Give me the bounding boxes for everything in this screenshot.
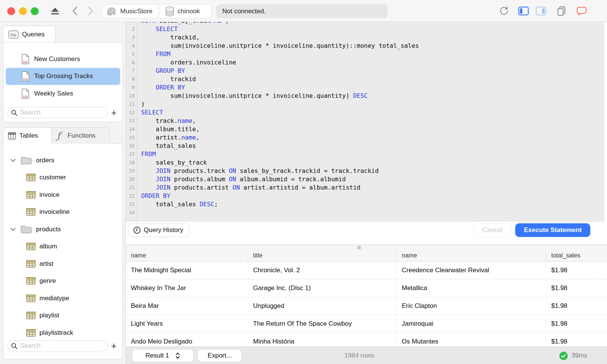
tab-functions[interactable]: ƒ Functions [51,127,110,144]
result-cell[interactable]: $1.98 [546,333,600,347]
code-line[interactable]: JOIN products.album ON album.albumid = t… [141,175,419,184]
results-column-header[interactable]: title [248,249,397,261]
code-line[interactable]: ORDER BY [141,83,419,92]
result-cell[interactable]: Metallica [397,279,546,297]
toggle-left-sidebar-icon[interactable] [518,6,529,16]
result-cell[interactable]: The Midnight Special [126,262,248,279]
tree-table-row[interactable]: customer [3,169,123,187]
chevron-down-icon[interactable] [10,158,18,162]
eject-icon[interactable] [50,6,60,16]
code-line[interactable]: SELECT [141,108,419,117]
code-line[interactable]: track.name, [141,117,419,125]
code-line[interactable]: sum(invoiceline.unitprice * invoiceline.… [141,42,419,50]
zoom-window-button[interactable] [31,7,39,15]
refresh-icon[interactable] [498,6,509,16]
tree-table-row[interactable]: playlisttrack [3,324,123,342]
export-button[interactable]: Export... [198,349,242,362]
code-line[interactable]: total_sales DESC; [141,200,419,209]
code-line[interactable]: total_sales [141,142,419,150]
code-line[interactable]: WITH sales_by_track AS ( [141,22,419,25]
result-cell[interactable]: Ando Meio Desligado [126,333,248,347]
pane-splitter[interactable] [126,245,607,249]
tree-schema-row[interactable]: orders [3,152,123,169]
tables-search-input[interactable] [20,342,100,350]
result-cell[interactable]: Light Years [126,315,248,333]
code-line[interactable]: album.title, [141,125,419,133]
result-cell[interactable]: Chronicle, Vol. 2 [248,262,397,279]
code-line[interactable]: artist.name, [141,133,419,142]
close-window-button[interactable] [7,7,15,15]
tab-tables[interactable]: Tables [3,127,52,144]
result-cell[interactable]: Unplugged [248,297,397,315]
code-line[interactable]: FROM [141,50,419,58]
tab-queries[interactable]: SQL Queries [3,26,55,42]
toggle-right-sidebar-icon[interactable] [536,6,546,16]
result-row[interactable]: The Midnight SpecialChronicle, Vol. 2Cre… [126,262,607,279]
result-cell[interactable]: $1.98 [546,279,600,297]
sql-editor[interactable]: 123456789101112131415161718192021222324 … [126,22,604,222]
chevron-down-icon[interactable] [10,228,18,231]
result-cell[interactable]: Os Mutantes [397,333,546,347]
results-column-header[interactable]: name [397,249,546,261]
breadcrumb-server[interactable]: MusicStore [102,5,156,18]
code-line[interactable]: sales_by_track [141,158,419,167]
result-cell[interactable]: Beira Mar [126,297,248,315]
result-row[interactable]: Light YearsThe Return Of The Space Cowbo… [126,315,607,333]
query-history-button[interactable]: Query History [128,223,189,237]
queries-search-input[interactable] [20,109,100,116]
back-button[interactable] [70,6,80,16]
result-cell[interactable]: Jamiroquai [397,315,546,333]
results-column-header[interactable]: total_sales [546,249,600,261]
result-selector[interactable]: Result 1 [132,349,193,362]
splitter-handle[interactable] [357,246,361,249]
forward-button[interactable] [85,6,96,16]
tree-table-row[interactable]: invoiceline [3,204,123,221]
tree-table-row[interactable]: genre [3,273,123,290]
tree-table-row[interactable]: album [3,238,123,256]
chat-icon[interactable] [576,6,587,16]
code-line[interactable]: GROUP BY [141,67,419,75]
result-cell[interactable]: Creedence Clearwater Revival [397,262,546,279]
add-table-button[interactable]: + [108,340,120,351]
result-cell[interactable]: Eric Clapton [397,297,546,315]
code-line[interactable]: ORDER BY [141,192,419,200]
query-list-item[interactable]: SQL Weekly Sales [6,85,120,102]
result-row[interactable]: Ando Meio DesligadoMinha HistóriaOs Muta… [126,333,607,347]
result-row[interactable]: Beira MarUnpluggedEric Clapton$1.98 [126,297,607,315]
code-line[interactable]: ) [141,100,419,108]
query-list-item[interactable]: SQL Top Grossing Tracks [6,68,120,85]
result-cell[interactable]: $1.98 [546,315,600,333]
result-cell[interactable]: $1.98 [546,262,600,279]
result-row[interactable]: Whiskey In The JarGarage Inc. (Disc 1)Me… [126,279,607,297]
minimize-window-button[interactable] [19,7,27,15]
query-list-item[interactable]: SQL New Customers [6,50,120,68]
tree-table-row[interactable]: invoice [3,186,123,204]
result-cell[interactable]: Garage Inc. (Disc 1) [248,279,397,297]
code-line[interactable]: trackid [141,75,419,83]
result-cell[interactable]: Whiskey In The Jar [126,279,248,297]
code-line[interactable]: JOIN products.track ON sales_by_track.tr… [141,167,419,175]
code-line[interactable]: orders.invoiceline [141,58,419,67]
code-line[interactable]: SELECT [141,25,419,33]
result-cell[interactable]: The Return Of The Space Cowboy [248,315,397,333]
windows-icon[interactable] [556,6,567,16]
results-column-header[interactable]: name [126,249,248,261]
result-cell[interactable]: Minha História [248,333,397,347]
tree-schema-row[interactable]: products [3,221,123,238]
breadcrumb-database[interactable]: chinook [161,5,204,18]
sql-code[interactable]: WITH sales_by_track AS ( SELECT trackid,… [137,22,419,222]
code-line[interactable]: FROM [141,150,419,158]
cancel-button[interactable]: Cancel [473,223,511,237]
tree-table-row[interactable]: mediatype [3,290,123,307]
tree-table-row[interactable]: artist [3,255,123,273]
add-query-button[interactable]: + [108,107,120,118]
code-line[interactable]: sum(invoiceline.unitprice * invoiceline.… [141,92,419,100]
queries-search-box[interactable] [7,107,108,118]
tree-table-row[interactable]: playlist [3,307,123,325]
code-line[interactable]: trackid, [141,33,419,42]
tables-search-box[interactable] [7,340,108,351]
result-cell[interactable]: $1.98 [546,297,600,315]
code-line[interactable]: JOIN products.artist ON artist.artistid … [141,184,419,192]
execute-statement-button[interactable]: Execute Statement [515,223,590,237]
code-line[interactable] [141,209,419,217]
